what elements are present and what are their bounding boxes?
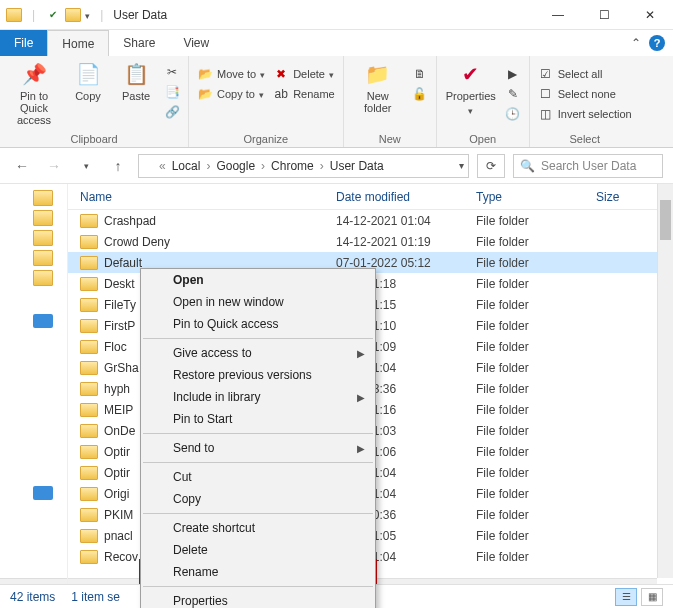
folder-icon: [65, 8, 81, 22]
help-icon[interactable]: ?: [649, 35, 665, 51]
column-date[interactable]: Date modified: [336, 190, 476, 204]
cm-copy[interactable]: Copy: [141, 488, 375, 510]
file-type: File folder: [476, 382, 596, 396]
cm-open-new-window[interactable]: Open in new window: [141, 291, 375, 313]
folder-icon: [80, 361, 98, 375]
up-button[interactable]: ↑: [106, 154, 130, 178]
pin-to-quick-access-button[interactable]: 📌 Pin to Quick access: [8, 60, 60, 126]
search-input[interactable]: 🔍 Search User Data: [513, 154, 663, 178]
column-type[interactable]: Type: [476, 190, 596, 204]
cm-separator: [143, 513, 373, 514]
table-row[interactable]: Crowd Deny14-12-2021 01:19File folder: [68, 231, 673, 252]
navigation-pane[interactable]: [0, 184, 68, 594]
history-button[interactable]: 🕒: [505, 106, 521, 122]
folder-icon: [80, 403, 98, 417]
table-row[interactable]: Crashpad14-12-2021 01:04File folder: [68, 210, 673, 231]
title-bar: | | User Data — ☐ ✕: [0, 0, 673, 30]
cm-pin-start[interactable]: Pin to Start: [141, 408, 375, 430]
cm-cut[interactable]: Cut: [141, 466, 375, 488]
forward-button[interactable]: →: [42, 154, 66, 178]
breadcrumb-item[interactable]: Local: [168, 159, 205, 173]
folder-icon: [80, 340, 98, 354]
tree-folder-icon[interactable]: [33, 250, 53, 266]
copy-to-button[interactable]: 📂Copy to: [197, 86, 265, 102]
search-icon: 🔍: [520, 159, 535, 173]
cm-create-shortcut[interactable]: Create shortcut: [141, 517, 375, 539]
select-all-icon: ☑: [538, 66, 554, 82]
folder-icon: [80, 256, 98, 270]
history-icon: 🕒: [505, 106, 521, 122]
cm-rename[interactable]: Rename: [141, 561, 375, 583]
maximize-button[interactable]: ☐: [581, 0, 627, 30]
paste-button[interactable]: 📋 Paste: [116, 60, 156, 102]
properties-button[interactable]: ✔ Properties: [445, 60, 497, 116]
breadcrumb-item[interactable]: Google: [212, 159, 259, 173]
new-folder-icon: 📁: [364, 60, 392, 88]
thumbnails-view-button[interactable]: ▦: [641, 588, 663, 606]
cm-give-access-to[interactable]: Give access to▶: [141, 342, 375, 364]
cm-separator: [143, 462, 373, 463]
invert-selection-button[interactable]: ◫Invert selection: [538, 106, 632, 122]
copy-path-button[interactable]: 📑: [164, 84, 180, 100]
new-item-button[interactable]: 🗎: [412, 66, 428, 82]
select-all-button[interactable]: ☑Select all: [538, 66, 632, 82]
select-none-button[interactable]: ☐Select none: [538, 86, 632, 102]
cm-open[interactable]: Open: [141, 269, 375, 291]
new-item-icon: 🗎: [412, 66, 428, 82]
tab-home[interactable]: Home: [47, 30, 109, 56]
open-button[interactable]: ▶: [505, 66, 521, 82]
tree-folder-icon[interactable]: [33, 270, 53, 286]
close-button[interactable]: ✕: [627, 0, 673, 30]
cm-include-library[interactable]: Include in library▶: [141, 386, 375, 408]
scrollbar-thumb[interactable]: [660, 200, 671, 240]
file-type: File folder: [476, 466, 596, 480]
breadcrumb-item[interactable]: User Data: [326, 159, 388, 173]
paste-label: Paste: [122, 90, 150, 102]
pin-icon: 📌: [20, 60, 48, 88]
recent-dropdown[interactable]: ▾: [74, 154, 98, 178]
qat-dropdown[interactable]: [85, 8, 90, 22]
tab-file[interactable]: File: [0, 30, 47, 56]
tree-folder-icon[interactable]: [33, 190, 53, 206]
file-type: File folder: [476, 403, 596, 417]
tree-image-icon[interactable]: [33, 314, 53, 328]
check-icon[interactable]: [45, 7, 61, 23]
address-bar[interactable]: « Local› Google› Chrome› User Data ▾: [138, 154, 469, 178]
tree-folder-icon[interactable]: [33, 230, 53, 246]
vertical-scrollbar[interactable]: [657, 184, 673, 578]
paste-shortcut-button[interactable]: 🔗: [164, 104, 180, 120]
ribbon-collapse-icon[interactable]: ⌃: [631, 36, 641, 50]
tree-folder-icon[interactable]: [33, 210, 53, 226]
cm-send-to[interactable]: Send to▶: [141, 437, 375, 459]
details-view-button[interactable]: ☰: [615, 588, 637, 606]
status-selected-count: 1 item se: [71, 590, 120, 604]
cm-restore-previous[interactable]: Restore previous versions: [141, 364, 375, 386]
scissors-icon: ✂: [164, 64, 180, 80]
cm-pin-quick-access[interactable]: Pin to Quick access: [141, 313, 375, 335]
minimize-button[interactable]: —: [535, 0, 581, 30]
back-button[interactable]: ←: [10, 154, 34, 178]
cm-separator: [143, 433, 373, 434]
move-to-button[interactable]: 📂Move to: [197, 66, 265, 82]
refresh-button[interactable]: ⟳: [477, 154, 505, 178]
address-dropdown[interactable]: ▾: [459, 160, 464, 171]
delete-button[interactable]: ✖Delete: [273, 66, 335, 82]
cut-small-button[interactable]: ✂: [164, 64, 180, 80]
copy-button[interactable]: 📄 Copy: [68, 60, 108, 102]
tab-share[interactable]: Share: [109, 30, 169, 56]
copy-icon: 📄: [74, 60, 102, 88]
cm-separator: [143, 338, 373, 339]
column-headers[interactable]: Name Date modified Type Size: [68, 184, 673, 210]
cm-properties[interactable]: Properties: [141, 590, 375, 608]
new-folder-button[interactable]: 📁 New folder: [352, 60, 404, 114]
column-name[interactable]: Name: [80, 190, 336, 204]
easy-access-button[interactable]: 🔓: [412, 86, 428, 102]
cm-delete[interactable]: Delete: [141, 539, 375, 561]
tab-view[interactable]: View: [169, 30, 223, 56]
shortcut-icon: 🔗: [164, 104, 180, 120]
file-type: File folder: [476, 487, 596, 501]
rename-button[interactable]: abRename: [273, 86, 335, 102]
breadcrumb-item[interactable]: Chrome: [267, 159, 318, 173]
tree-pc-icon[interactable]: [33, 486, 53, 500]
edit-button[interactable]: ✎: [505, 86, 521, 102]
